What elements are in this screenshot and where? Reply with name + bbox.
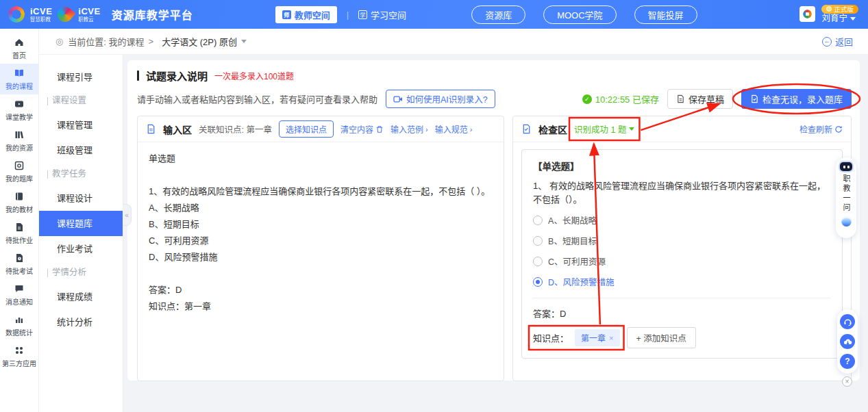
sidebar-item-pending-homework[interactable]: 待批作业 [0, 218, 38, 248]
headset-icon [843, 318, 852, 326]
brand-area: iCVE 智慧职教 iCVE 职教云 资源库教学平台 [0, 6, 193, 23]
sidebar-item-classroom-teaching[interactable]: 课堂教学 [0, 94, 38, 125]
robot-icon [840, 162, 852, 171]
input-panel: 输入区 关联知识点: 第一章 选择知识点 清空内容 输入范例› 输入规范› 单选… [137, 116, 504, 381]
mooc-college-button[interactable]: MOOC学院 [543, 5, 616, 24]
save-draft-button[interactable]: 保存草稿 [667, 89, 733, 109]
option-c[interactable]: C、可利用资源 [533, 255, 831, 268]
sidebar-item-my-courses[interactable]: 我的课程 [0, 64, 38, 94]
recognition-status[interactable]: 识别成功 1 题 [574, 123, 634, 136]
input-example-link[interactable]: 输入范例› [390, 123, 428, 135]
sidebar-item-pending-exams[interactable]: 待批考试 [0, 248, 38, 279]
sidebar-item-third-party-apps[interactable]: 第三方应用 [0, 341, 38, 372]
chevron-down-icon [629, 127, 634, 131]
mini-app-icon[interactable] [799, 6, 815, 22]
menu-item-statistical-analysis[interactable]: 统计分析 [39, 309, 123, 335]
question-entry-card: 试题录入说明 一次最多录入100道题 请手动输入或者粘贴内容到输入区，若有疑问可… [127, 60, 860, 381]
resource-library-button[interactable]: 资源库 [471, 5, 525, 24]
teacher-space-icon: 师 [282, 10, 291, 19]
chevron-down-icon [850, 17, 856, 21]
sidebar-item-home[interactable]: 首页 [0, 33, 38, 64]
menu-group-course-settings: 课程设置 [39, 90, 123, 112]
option-a[interactable]: A、长期战略 [533, 214, 831, 227]
nav-divider: | [347, 10, 349, 20]
sidebar-item-my-resources[interactable]: 我的资源 [0, 125, 38, 156]
question-button[interactable]: ? [840, 354, 855, 369]
open-book-icon [14, 68, 25, 79]
kp-tag[interactable]: 第一章 × [575, 329, 619, 346]
question-input-area[interactable]: 单选题 1、有效的战略风险管理流程应当确保商业银行各项内容紧密联系在一起，不包括… [138, 142, 504, 323]
student-space-button[interactable]: 学 学习空间 [358, 8, 406, 21]
download-button[interactable] [840, 334, 855, 349]
grid-apps-icon [14, 345, 25, 356]
help-pill: ? [837, 309, 858, 374]
trash-icon [375, 125, 384, 133]
back-arrow-icon: ← [822, 37, 832, 47]
close-icon[interactable]: × [842, 376, 852, 387]
page-title: 试题录入说明 [146, 68, 208, 83]
chat-bubble-icon [14, 283, 25, 294]
video-play-icon [14, 99, 25, 110]
header-pill-nav: 资源库 MOOC学院 智能投屏 [471, 5, 697, 24]
recognized-question-card: 【单选题】 1、 有效的战略风险管理流程应当确保商业银行各项内容紧密联系在一起，… [521, 149, 843, 359]
textbook-icon [14, 191, 25, 202]
remove-tag-icon[interactable]: × [609, 334, 613, 342]
kp-label: 知识点： [533, 331, 569, 344]
check-refresh-button[interactable]: 检查刷新 [799, 123, 843, 135]
clear-content-button[interactable]: 清空内容 [340, 123, 384, 135]
headset-button[interactable] [840, 314, 855, 329]
add-kp-button[interactable]: + 添加知识点 [627, 327, 696, 348]
logo2-name: iCVE [78, 7, 100, 16]
related-kp-label: 关联知识点: 第一章 [199, 123, 272, 136]
zhijiao-qa-tab[interactable]: 职教一问 [836, 157, 856, 238]
document-check-blue-icon [521, 124, 532, 134]
ai-help-button[interactable]: 如何使用AI识别录入? [386, 90, 495, 108]
box-icon [14, 160, 25, 171]
medal-icon [826, 6, 832, 12]
smart-cast-button[interactable]: 智能投屏 [634, 5, 697, 24]
version-badge: 正式版 [821, 5, 858, 14]
refresh-icon [834, 125, 843, 133]
document-blue-icon [146, 124, 156, 134]
option-d-selected[interactable]: D、风险预警措施 [533, 275, 831, 288]
input-panel-title: 输入区 [163, 123, 192, 136]
submit-button[interactable]: 检查无误，录入题库 [741, 89, 852, 109]
user-menu[interactable]: 刘育宁 [821, 14, 856, 24]
option-b[interactable]: B、短期目标 [533, 234, 831, 247]
user-name: 刘育宁 [821, 14, 847, 24]
chevron-down-icon[interactable] [241, 40, 247, 43]
input-standard-link[interactable]: 输入规范› [435, 123, 473, 135]
sidebar-item-data-statistics[interactable]: 数据统计 [0, 310, 38, 341]
menu-collapse-handle[interactable]: « [123, 204, 132, 226]
top-header: iCVE 智慧职教 iCVE 职教云 资源库教学平台 师 教师空间 | 学 学习… [0, 0, 868, 29]
icon-sidebar: 首页 我的课程 课堂教学 我的资源 我的题库 我的教材 待批作业 待批考试 [0, 29, 39, 412]
books-icon [14, 129, 25, 140]
back-button[interactable]: ← 返回 [822, 35, 853, 48]
radio-b-icon[interactable] [533, 236, 543, 246]
teacher-space-button[interactable]: 师 教师空间 [275, 6, 337, 23]
menu-item-course-design[interactable]: 课程设计 [39, 185, 123, 211]
sidebar-item-my-question-bank[interactable]: 我的题库 [0, 156, 38, 187]
menu-item-course-management[interactable]: 课程管理 [39, 112, 123, 138]
menu-item-course-guide[interactable]: 课程引导 [39, 64, 123, 90]
instruction-text: 请手动输入或者粘贴内容到输入区，若有疑问可查看录入帮助 [137, 92, 377, 105]
menu-item-course-question-bank[interactable]: 课程题库 [39, 211, 123, 236]
answer-value: D [560, 309, 566, 319]
logo1-sub: 智慧职教 [30, 17, 52, 23]
select-kp-button[interactable]: 选择知识点 [279, 120, 334, 138]
main-content: 试题录入说明 一次最多录入100道题 请手动输入或者粘贴内容到输入区，若有疑问可… [123, 55, 868, 412]
radio-c-icon[interactable] [533, 257, 543, 266]
menu-item-homework-exam[interactable]: 作业考试 [39, 236, 123, 261]
logo1-name: iCVE [30, 7, 52, 16]
exam-file-icon [14, 253, 25, 263]
menu-item-class-management[interactable]: 班级管理 [39, 138, 123, 163]
sidebar-item-my-textbooks[interactable]: 我的教材 [0, 187, 38, 218]
icve-logo-icon [8, 6, 25, 23]
breadcrumb-course[interactable]: 大学语文 (2P) 原创 [162, 35, 237, 48]
question-stem: 1、 有效的战略风险管理流程应当确保商业银行各项内容紧密联系在一起，不包括（）。 [533, 179, 831, 206]
qa-tab-label: 职教一问 [841, 175, 852, 213]
radio-a-icon[interactable] [533, 216, 543, 225]
sidebar-item-message-notifications[interactable]: 消息通知 [0, 279, 38, 310]
menu-item-course-grades[interactable]: 课程成绩 [39, 284, 123, 309]
radio-d-icon[interactable] [533, 277, 543, 287]
